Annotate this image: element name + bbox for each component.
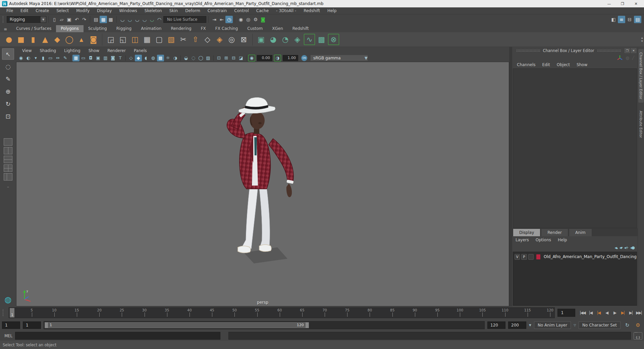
viewport-menu-item[interactable]: Lighting — [60, 48, 85, 54]
manipulator-icon[interactable] — [617, 55, 623, 60]
textured-icon[interactable]: ▩ — [157, 55, 164, 61]
snap-grid-icon[interactable]: ◡ — [119, 16, 126, 23]
menu-item[interactable]: Redshift — [300, 8, 324, 14]
shaded-icon[interactable]: ◆ — [135, 55, 142, 61]
play-forwards-button[interactable]: ▶ — [611, 309, 619, 317]
menu-item[interactable]: Skeleton — [141, 8, 166, 14]
channel-box-menu-item[interactable]: Edit — [539, 62, 553, 68]
menu-item[interactable]: File — [3, 8, 17, 14]
layer-display-type-toggle[interactable] — [528, 254, 534, 260]
render-frame-icon[interactable]: ◉ — [237, 16, 245, 23]
step-back-key-button[interactable]: |◀ — [595, 309, 602, 317]
step-back-frame-button[interactable]: |◀ — [587, 309, 594, 317]
depth-peeling-icon[interactable]: ▨ — [205, 55, 212, 61]
menu-item[interactable]: Display — [93, 8, 115, 14]
multisample-icon[interactable]: ◯ — [197, 55, 204, 61]
uv-editor-icon[interactable]: ▩ — [316, 34, 327, 45]
safe-title-icon[interactable]: T — [117, 55, 124, 61]
menu-item[interactable]: Deform — [181, 8, 204, 14]
playback-start-field[interactable]: 1 — [23, 321, 41, 329]
shelf-tab[interactable]: XGen — [267, 25, 288, 32]
add-layer-icon[interactable]: ◂+ — [624, 245, 628, 250]
poly-sphere-icon[interactable]: ● — [3, 34, 14, 45]
lights-icon[interactable]: ☼ — [164, 55, 171, 61]
view-transform-selector[interactable]: sRGB gamma ▼ — [310, 55, 368, 61]
layer-editor-tab[interactable]: Display — [513, 229, 540, 236]
menu-item[interactable]: Modify — [72, 8, 93, 14]
bookmark-icon[interactable]: ▮ — [40, 55, 47, 61]
pane-layout-icon[interactable]: ⊟ — [230, 55, 237, 61]
layer-visibility-toggle[interactable]: V — [515, 254, 520, 260]
open-scene-icon[interactable]: ▱ — [58, 16, 65, 23]
snap-projected-center-icon[interactable]: ◡ — [141, 16, 148, 23]
shelf-menu-icon[interactable]: ≡ — [2, 26, 9, 32]
poly-cone-icon[interactable]: ▲ — [40, 34, 51, 45]
safe-action-icon[interactable]: ◙ — [109, 55, 116, 61]
menu-item[interactable]: Skin — [166, 8, 182, 14]
move-layer-up-icon[interactable]: ◂▴ — [614, 245, 617, 250]
minimize-button[interactable]: — — [602, 0, 616, 7]
move-layer-down-icon[interactable]: ◂▾ — [619, 245, 622, 250]
spherical-mapping-icon[interactable]: ◔ — [280, 34, 291, 45]
time-slider-track[interactable]: 1 51015202530354045505560657075808590951… — [9, 307, 555, 318]
subdiv-proxy-icon[interactable]: ▢ — [154, 34, 165, 45]
lasso-tool[interactable]: ◌ — [2, 61, 14, 72]
character-set-selector[interactable]: No Character Set — [579, 321, 621, 329]
planar-mapping-icon[interactable]: ▣ — [256, 34, 267, 45]
live-surface-field[interactable]: No Live Surface — [163, 16, 206, 23]
layer-editor-tab[interactable]: Render — [541, 229, 568, 236]
make-live-icon[interactable]: ◠ — [156, 16, 163, 23]
animation-preferences-icon[interactable]: ⚙ — [634, 322, 642, 328]
play-backwards-button[interactable]: ◀ — [603, 309, 610, 317]
cut-sew-uv-icon[interactable]: ⊗ — [328, 34, 339, 45]
channel-box-menu-item[interactable]: Channels — [514, 62, 539, 68]
layer-playback-toggle[interactable]: P — [521, 254, 527, 260]
isolate-select-icon[interactable]: ⊡ — [215, 55, 222, 61]
save-scene-icon[interactable]: ▣ — [65, 16, 73, 23]
wireframe-icon[interactable]: ◇ — [127, 55, 135, 61]
exposure-field[interactable]: 0.00 — [257, 55, 272, 61]
step-forward-key-button[interactable]: ▶| — [619, 309, 627, 317]
automatic-mapping-icon[interactable]: ◈ — [292, 34, 303, 45]
cylindrical-mapping-icon[interactable]: ◕ — [268, 34, 279, 45]
select-tool[interactable]: ↖ — [2, 48, 14, 60]
range-start-handle[interactable] — [45, 322, 48, 328]
command-input[interactable] — [15, 332, 220, 340]
shelf-tab[interactable]: Rendering — [166, 25, 196, 32]
target-weld-icon[interactable]: ◎ — [226, 34, 237, 45]
snap-point-icon[interactable]: ◡ — [133, 16, 141, 23]
chevron-down-icon[interactable]: ▼ — [529, 323, 531, 327]
layout-single-pane-button[interactable] — [4, 138, 12, 146]
paint-select-tool[interactable]: ✎ — [2, 73, 14, 85]
command-language-label[interactable]: MEL — [2, 334, 15, 338]
menu-item[interactable]: Windows — [115, 8, 141, 14]
menu-item[interactable]: Help — [324, 8, 340, 14]
mirror-icon[interactable]: ◫ — [129, 34, 141, 45]
script-editor-icon[interactable]: {;} — [634, 332, 642, 340]
field-chart-icon[interactable]: ▥ — [102, 55, 109, 61]
camera-attributes-icon[interactable]: ▾ — [32, 55, 39, 61]
smooth-icon[interactable]: ▦ — [142, 34, 153, 45]
undo-icon[interactable]: ↶ — [73, 16, 80, 23]
viewport-canvas[interactable]: y persp — [16, 62, 509, 306]
film-gate-icon[interactable]: ▭ — [80, 55, 87, 61]
poly-cube-icon[interactable]: ■ — [15, 34, 26, 45]
redo-icon[interactable]: ↷ — [80, 16, 88, 23]
select-object-icon[interactable]: ▦ — [100, 16, 107, 23]
menu-item[interactable]: Control — [230, 8, 252, 14]
render-settings-icon[interactable]: ⚙ — [252, 16, 259, 23]
animation-end-field[interactable]: 200 — [508, 321, 526, 329]
layout-two-stacked-button[interactable] — [4, 156, 12, 163]
exposure-icon[interactable]: ◉ — [248, 55, 255, 61]
shelf-tab[interactable]: FX Caching — [211, 25, 243, 32]
go-to-start-button[interactable]: |◀◀ — [579, 309, 586, 317]
menu-item[interactable]: Create — [32, 8, 53, 14]
close-panel-icon[interactable]: ✕ — [631, 48, 636, 53]
new-scene-icon[interactable]: ▯ — [51, 16, 58, 23]
menu-item[interactable]: Constrain — [204, 8, 231, 14]
two-d-pan-zoom-icon[interactable]: ⇔ — [54, 55, 61, 61]
poly-plane-icon[interactable]: ◆ — [52, 34, 63, 45]
menu-item[interactable]: - 3DtoAll - — [272, 8, 300, 14]
channel-box-menu-item[interactable]: Show — [573, 62, 591, 68]
bevel-icon[interactable]: ◈ — [214, 34, 225, 45]
